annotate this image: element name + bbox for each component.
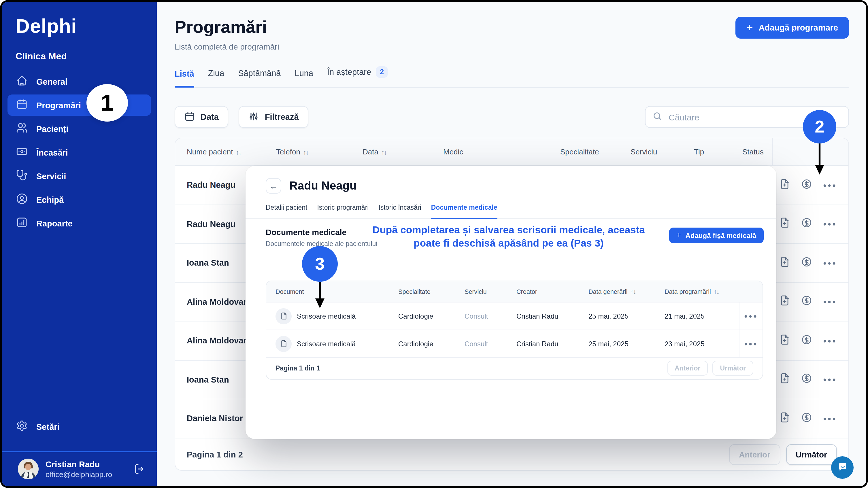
tab-istoric-programari[interactable]: Istoric programări: [317, 204, 369, 218]
payment-icon[interactable]: [801, 373, 812, 386]
more-actions-icon[interactable]: ●●●: [823, 415, 837, 422]
toolbar: Data Filtrează: [175, 106, 849, 128]
more-actions-icon[interactable]: ●●●: [744, 313, 758, 319]
column-tip: Tip: [694, 148, 742, 156]
section-subtitle: Documentele medicale ale pacientului: [266, 240, 377, 247]
add-medical-record-button[interactable]: + Adaugă fișă medicală: [669, 228, 764, 243]
sidebar-item-label: Echipă: [36, 195, 64, 204]
chat-icon: [837, 461, 847, 474]
next-page-button[interactable]: Următor: [713, 361, 753, 376]
sidebar-item-label: General: [36, 77, 67, 86]
document-row[interactable]: Scrisoare medicală Cardiologie Consult C…: [266, 302, 763, 330]
more-actions-icon[interactable]: ●●●: [823, 377, 837, 383]
sidebar-item-programari[interactable]: Programări: [7, 95, 151, 116]
more-actions-icon[interactable]: ●●●: [823, 337, 837, 344]
prev-page-button[interactable]: Anterior: [667, 361, 708, 376]
sidebar-item-rapoarte[interactable]: Rapoarte: [7, 213, 151, 234]
sidebar-item-echipa[interactable]: Echipă: [7, 189, 151, 210]
documents-table-header: Document Specialitate Serviciu Creator D…: [266, 281, 763, 302]
tab-luna[interactable]: Luna: [294, 69, 313, 87]
more-actions-icon[interactable]: ●●●: [823, 221, 837, 227]
add-document-icon[interactable]: [779, 334, 790, 348]
table-header: Nume pacient↑↓ Telefon↑↓ Data↑↓ Medic Sp…: [175, 138, 848, 166]
date-filter-button[interactable]: Data: [175, 106, 228, 128]
back-button[interactable]: ←: [266, 178, 281, 194]
column-specialitate: Specialitate: [560, 148, 630, 156]
sort-icon[interactable]: ↑↓: [714, 288, 719, 295]
sidebar-item-setari[interactable]: Setări: [7, 416, 151, 437]
payment-icon[interactable]: [801, 412, 812, 425]
payment-icon[interactable]: [801, 256, 812, 270]
add-document-icon[interactable]: [779, 373, 790, 386]
search-icon: [652, 111, 662, 123]
file-icon: [276, 336, 292, 352]
more-actions-icon[interactable]: ●●●: [823, 260, 837, 266]
logout-icon[interactable]: [134, 463, 145, 475]
sidebar-item-servicii[interactable]: Servicii: [7, 165, 151, 187]
document-row[interactable]: Scrisoare medicală Cardiologie Consult C…: [266, 330, 763, 358]
column-document: Document: [276, 288, 398, 295]
screenshot-stage: Delphi Clinica Med General Programări Pa…: [0, 0, 868, 488]
column-data: Data↑↓: [363, 148, 443, 156]
documents-pagination: Pagina 1 din 1 Anterior Următor: [266, 357, 763, 379]
more-actions-icon[interactable]: ●●●: [744, 340, 758, 347]
row-actions: ●●●: [767, 360, 848, 399]
documents-table: Document Specialitate Serviciu Creator D…: [266, 281, 763, 380]
sliders-icon: [249, 111, 259, 123]
add-document-icon[interactable]: [779, 412, 790, 425]
payment-icon[interactable]: [801, 218, 812, 231]
column-telefon: Telefon↑↓: [276, 148, 363, 156]
sort-icon[interactable]: ↑↓: [303, 149, 308, 155]
filter-button[interactable]: Filtrează: [239, 106, 309, 128]
user-circle-icon: [16, 193, 28, 206]
chart-icon: [16, 217, 28, 230]
column-specialitate: Specialitate: [398, 288, 465, 295]
document-generated-date: 25 mai, 2025: [588, 339, 664, 348]
tab-detalii-pacient[interactable]: Detalii pacient: [266, 204, 307, 218]
payment-icon[interactable]: [801, 178, 812, 192]
arrow-left-icon: ←: [270, 181, 278, 190]
sidebar-item-general[interactable]: General: [7, 71, 151, 92]
sidebar-item-pacienti[interactable]: Pacienți: [7, 118, 151, 139]
documents-section-header: Documente medicale Documentele medicale …: [246, 219, 776, 247]
sort-icon[interactable]: ↑↓: [630, 288, 636, 295]
column-serviciu: Serviciu: [465, 288, 517, 295]
tab-ziua[interactable]: Ziua: [208, 69, 224, 87]
search-input[interactable]: [668, 111, 841, 123]
user-name: Cristian Radu: [45, 459, 112, 469]
add-document-icon[interactable]: [779, 256, 790, 270]
users-icon: [16, 122, 28, 135]
add-document-icon[interactable]: [779, 178, 790, 192]
payment-icon[interactable]: [801, 334, 812, 348]
add-document-icon[interactable]: [779, 295, 790, 308]
sidebar-item-label: Rapoarte: [36, 219, 73, 228]
prev-page-button[interactable]: Anterior: [729, 444, 780, 465]
table-pagination: Pagina 1 din 2 Anterior Următor: [175, 438, 848, 471]
chat-launcher[interactable]: [831, 456, 854, 479]
plus-icon: +: [676, 230, 682, 239]
document-generated-date: 25 mai, 2025: [588, 312, 664, 320]
payment-icon[interactable]: [801, 295, 812, 308]
row-actions: ●●●: [767, 283, 848, 321]
sort-icon[interactable]: ↑↓: [381, 149, 386, 155]
sidebar-item-incasari[interactable]: Încasări: [7, 142, 151, 163]
document-name: Scrisoare medicală: [297, 312, 355, 320]
tab-saptamana[interactable]: Săptămână: [238, 69, 281, 87]
tab-documente-medicale[interactable]: Documente medicale: [431, 204, 497, 219]
next-page-button[interactable]: Următor: [786, 444, 837, 465]
home-icon: [16, 75, 28, 88]
section-title: Documente medicale: [266, 228, 377, 237]
sort-icon[interactable]: ↑↓: [236, 149, 241, 155]
add-document-icon[interactable]: [779, 218, 790, 231]
tab-istoric-incasari[interactable]: Istoric încasări: [378, 204, 421, 218]
more-actions-icon[interactable]: ●●●: [823, 182, 837, 188]
modal-title: Radu Neagu: [289, 179, 356, 192]
document-service: Consult: [465, 312, 517, 320]
tab-in-asteptare[interactable]: În așteptare2: [327, 66, 388, 87]
sidebar-item-label: Servicii: [36, 171, 66, 181]
document-service: Consult: [465, 339, 517, 348]
tab-lista[interactable]: Listă: [175, 69, 194, 88]
add-appointment-button[interactable]: + Adaugă programare: [736, 17, 849, 39]
more-actions-icon[interactable]: ●●●: [823, 299, 837, 305]
document-name: Scrisoare medicală: [297, 339, 355, 348]
